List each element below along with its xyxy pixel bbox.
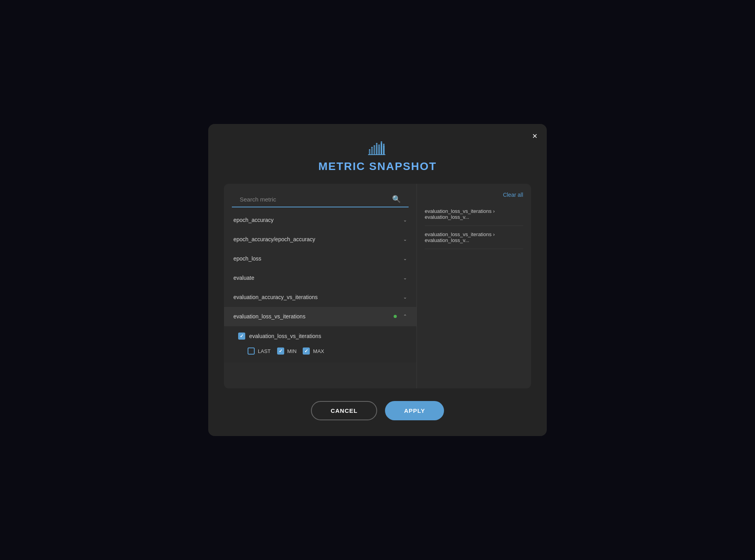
- chevron-down-icon: ⌄: [403, 217, 407, 223]
- selected-item-2: evaluation_loss_vs_iterations › evaluati…: [425, 226, 523, 249]
- right-header: Clear all: [425, 190, 523, 200]
- filter-min-checkbox[interactable]: ✓: [277, 347, 284, 355]
- filter-last-checkbox[interactable]: [248, 347, 255, 355]
- check-icon: ✓: [304, 348, 308, 354]
- modal-icon: [224, 140, 531, 155]
- svg-point-13: [383, 144, 385, 145]
- sub-item-checkbox[interactable]: ✓: [238, 333, 245, 340]
- active-dot-icon: [394, 315, 397, 318]
- metric-name: evaluation_loss_vs_iterations: [233, 313, 394, 320]
- svg-point-10: [376, 143, 378, 144]
- item-right: ⌃: [394, 314, 407, 319]
- modal-title: METRIC SNAPSHOT: [224, 160, 531, 173]
- apply-button[interactable]: APPLY: [385, 401, 444, 420]
- svg-rect-4: [378, 146, 380, 155]
- clear-all-button[interactable]: Clear all: [503, 190, 523, 200]
- metric-name: evaluate: [233, 275, 403, 281]
- check-icon: ✓: [279, 348, 283, 354]
- search-button[interactable]: 🔍: [389, 192, 401, 207]
- close-button[interactable]: ×: [532, 132, 537, 140]
- filter-last: LAST: [248, 347, 271, 355]
- metric-item-epoch-loss[interactable]: epoch_loss ⌄: [224, 249, 416, 268]
- svg-point-12: [381, 141, 382, 143]
- metric-name: epoch_accuracy: [233, 217, 403, 223]
- metric-name: epoch_loss: [233, 255, 403, 262]
- svg-point-7: [369, 149, 370, 151]
- metric-item-evaluate[interactable]: evaluate ⌄: [224, 268, 416, 288]
- metric-name: epoch_accuracy/epoch_accuracy: [233, 236, 403, 242]
- metric-item-eval-loss-vs-iterations[interactable]: evaluation_loss_vs_iterations ⌃: [224, 307, 416, 326]
- cancel-button[interactable]: CANCEL: [311, 401, 378, 420]
- filter-last-label: LAST: [258, 348, 271, 354]
- metric-item-eval-accuracy-vs-iterations[interactable]: evaluation_accuracy_vs_iterations ⌄: [224, 288, 416, 307]
- metrics-list: epoch_accuracy ⌄ epoch_accuracy/epoch_ac…: [224, 207, 416, 388]
- sub-item-label: evaluation_loss_vs_iterations: [249, 333, 321, 339]
- svg-rect-6: [383, 145, 385, 155]
- modal-body: 🔍 epoch_accuracy ⌄ epoch_accuracy/epoch_…: [224, 184, 531, 388]
- filter-min-label: MIN: [287, 348, 297, 354]
- svg-point-9: [374, 145, 375, 147]
- metric-item-epoch-accuracy-epoch[interactable]: epoch_accuracy/epoch_accuracy ⌄: [224, 230, 416, 249]
- left-panel: 🔍 epoch_accuracy ⌄ epoch_accuracy/epoch_…: [224, 184, 417, 388]
- search-input[interactable]: [240, 193, 389, 206]
- metric-name: evaluation_accuracy_vs_iterations: [233, 294, 403, 300]
- chevron-down-icon: ⌄: [403, 237, 407, 242]
- svg-rect-5: [381, 143, 382, 155]
- svg-point-8: [371, 147, 373, 148]
- modal-footer: CANCEL APPLY: [224, 401, 531, 420]
- chevron-down-icon: ⌄: [403, 256, 407, 261]
- chevron-up-icon: ⌃: [403, 314, 407, 319]
- filter-min: ✓ MIN: [277, 347, 297, 355]
- svg-point-11: [378, 144, 380, 146]
- check-icon: ✓: [240, 333, 244, 339]
- svg-rect-0: [369, 151, 370, 155]
- right-panel: Clear all evaluation_loss_vs_iterations …: [417, 184, 531, 388]
- filter-max: ✓ MAX: [303, 347, 324, 355]
- chevron-down-icon: ⌄: [403, 294, 407, 300]
- filter-max-checkbox[interactable]: ✓: [303, 347, 310, 355]
- selected-item-1: evaluation_loss_vs_iterations › evaluati…: [425, 203, 523, 226]
- svg-rect-1: [371, 148, 373, 155]
- metric-item-epoch-accuracy[interactable]: epoch_accuracy ⌄: [224, 211, 416, 230]
- sub-items: ✓ evaluation_loss_vs_iterations LAST: [224, 326, 416, 362]
- svg-rect-2: [374, 147, 375, 155]
- svg-rect-3: [376, 144, 378, 155]
- filter-row: LAST ✓ MIN ✓: [238, 343, 407, 359]
- modal-overlay: × METRIC SNAPSHOT: [0, 0, 755, 560]
- chevron-down-icon: ⌄: [403, 275, 407, 281]
- modal-dialog: × METRIC SNAPSHOT: [208, 124, 547, 436]
- filter-max-label: MAX: [313, 348, 324, 354]
- search-wrapper: 🔍: [232, 192, 409, 207]
- sub-item-row: ✓ evaluation_loss_vs_iterations: [238, 329, 407, 343]
